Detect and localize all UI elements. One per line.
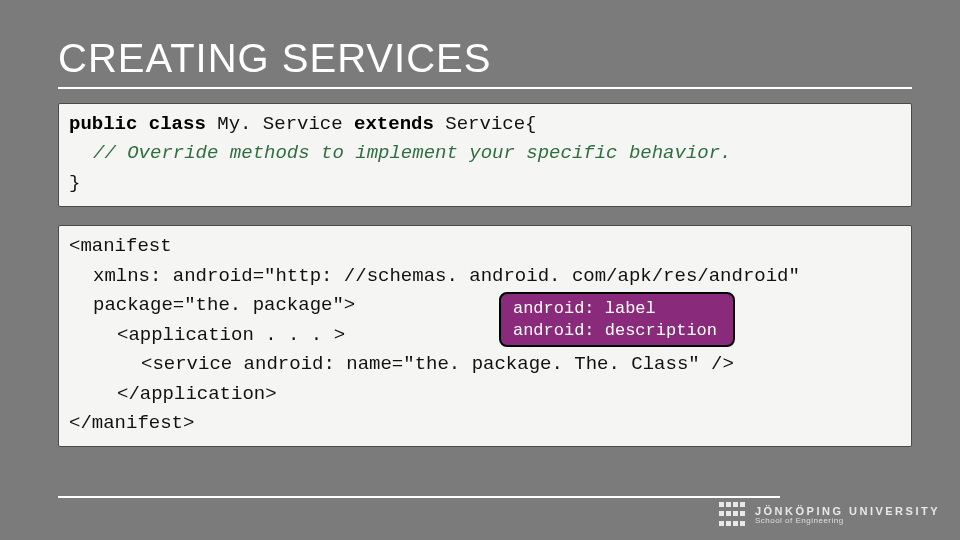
- footer-text: JÖNKÖPING UNIVERSITY School of Engineeri…: [755, 505, 940, 526]
- school-name: School of Engineering: [755, 517, 940, 526]
- code-text: Service{: [434, 113, 537, 135]
- code-block-xml: <manifest xmlns: android="http: //schema…: [58, 225, 912, 447]
- university-logo-icon: [719, 502, 745, 528]
- code-line: </manifest>: [69, 409, 901, 438]
- callout-line: android: label: [513, 298, 717, 319]
- code-line: </application>: [69, 380, 901, 409]
- code-line: package="the. package">: [69, 291, 901, 320]
- footer: JÖNKÖPING UNIVERSITY School of Engineeri…: [719, 502, 940, 528]
- callout-box: android: label android: description: [499, 292, 735, 347]
- title-divider: [58, 87, 912, 89]
- code-line: // Override methods to implement your sp…: [69, 139, 901, 168]
- code-line: public class My. Service extends Service…: [69, 110, 901, 139]
- keyword: public class: [69, 113, 206, 135]
- code-line: <service android: name="the. package. Th…: [69, 350, 901, 379]
- code-text: My. Service: [206, 113, 354, 135]
- footer-divider: [58, 496, 780, 498]
- callout-line: android: description: [513, 320, 717, 341]
- slide: CREATING SERVICES public class My. Servi…: [0, 0, 960, 540]
- code-line: <application . . . >: [69, 321, 901, 350]
- slide-title: CREATING SERVICES: [58, 36, 912, 81]
- code-line: xmlns: android="http: //schemas. android…: [69, 262, 901, 291]
- code-line: }: [69, 169, 901, 198]
- university-name: JÖNKÖPING UNIVERSITY: [755, 505, 940, 517]
- code-line: <manifest: [69, 232, 901, 261]
- code-block-java: public class My. Service extends Service…: [58, 103, 912, 207]
- keyword: extends: [354, 113, 434, 135]
- comment: // Override methods to implement your sp…: [93, 142, 732, 164]
